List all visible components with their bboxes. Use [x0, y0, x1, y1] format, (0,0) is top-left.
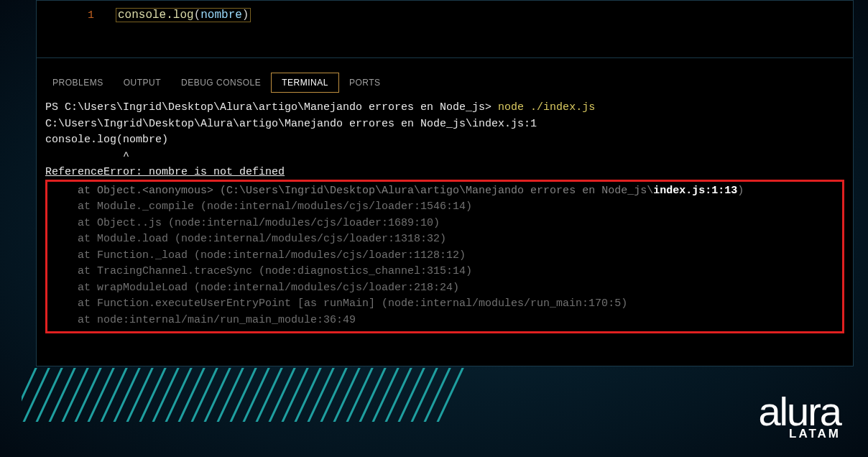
panel-tabs: PROBLEMS OUTPUT DEBUG CONSOLE TERMINAL P…	[37, 58, 853, 94]
code-content: console.log(nombre)	[116, 8, 251, 22]
stack-frame: at Function.executeUserEntryPoint [as ru…	[52, 296, 838, 313]
error-header: ReferenceError: nombre is not defined	[45, 165, 844, 181]
tab-ports[interactable]: PORTS	[339, 73, 391, 92]
stack-frame: at Module.load (node:internal/modules/cj…	[52, 231, 838, 248]
terminal-line: console.log(nombre)	[45, 132, 844, 149]
stack-trace-highlight: at Object.<anonymous> (C:\Users\Ingrid\D…	[45, 180, 844, 334]
tab-problems[interactable]: PROBLEMS	[42, 73, 114, 92]
terminal-output[interactable]: PS C:\Users\Ingrid\Desktop\Alura\artigo\…	[37, 94, 853, 339]
stack-frame: at wrapModuleLoad (node:internal/modules…	[52, 280, 838, 297]
tab-output[interactable]: OUTPUT	[114, 73, 171, 92]
stack-frame: at Module._compile (node:internal/module…	[52, 199, 838, 216]
stack-frame: at Object..js (node:internal/modules/cjs…	[52, 216, 838, 232]
code-editor[interactable]: 1 console.log(nombre)	[37, 1, 853, 58]
terminal-command: node ./index.js	[498, 101, 595, 114]
line-number: 1	[37, 9, 116, 22]
tab-debug-console[interactable]: DEBUG CONSOLE	[171, 73, 271, 92]
brand-logo: alura LATAM	[758, 394, 841, 441]
terminal-caret: ^	[45, 149, 844, 165]
terminal-prompt-line: PS C:\Users\Ingrid\Desktop\Alura\artigo\…	[45, 100, 844, 116]
stack-frame: at Function._load (node:internal/modules…	[52, 248, 838, 264]
decorative-hatch	[22, 368, 467, 422]
stack-frame: at TracingChannel.traceSync (node:diagno…	[52, 264, 838, 280]
terminal-line: C:\Users\Ingrid\Desktop\Alura\artigo\Man…	[45, 116, 844, 133]
ide-window: 1 console.log(nombre) PROBLEMS OUTPUT DE…	[36, 0, 854, 366]
tab-terminal[interactable]: TERMINAL	[271, 73, 339, 93]
stack-frame: at node:internal/main/run_main_module:36…	[52, 313, 838, 329]
code-line: 1 console.log(nombre)	[37, 6, 853, 24]
brand-main: alura	[758, 394, 841, 430]
stack-frame: at Object.<anonymous> (C:\Users\Ingrid\D…	[52, 183, 838, 200]
